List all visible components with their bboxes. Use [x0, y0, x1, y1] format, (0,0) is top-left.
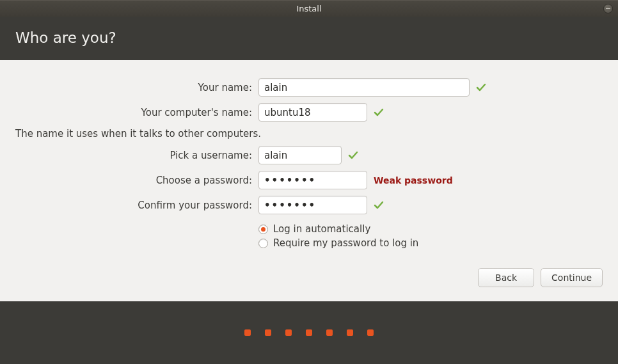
confirm-input[interactable]: [258, 196, 367, 214]
radio-require-label: Require my password to log in: [273, 237, 418, 249]
login-options: Log in automatically Require my password…: [258, 223, 603, 249]
window-title: Install: [296, 4, 321, 13]
titlebar: Install: [0, 0, 618, 17]
progress-dot: [285, 329, 292, 336]
minimize-button[interactable]: [603, 4, 613, 13]
row-password: Choose a password: Weak password: [15, 171, 603, 189]
name-input[interactable]: [258, 78, 470, 97]
user-form: Your name: Your computer's name: The nam…: [15, 78, 603, 249]
back-button[interactable]: Back: [478, 268, 534, 287]
radio-icon: [258, 239, 268, 248]
page-title: Who are you?: [15, 29, 116, 46]
content-area: Your name: Your computer's name: The nam…: [0, 60, 618, 268]
radio-icon: [258, 225, 268, 234]
progress-dot: [244, 329, 251, 336]
name-label: Your name:: [15, 82, 252, 93]
computer-hint: The name it uses when it talks to other …: [15, 128, 603, 139]
progress-dot: [265, 329, 271, 336]
password-input[interactable]: [258, 171, 367, 189]
page-header: Who are you?: [0, 17, 618, 60]
password-strength: Weak password: [374, 175, 453, 186]
row-name: Your name:: [15, 78, 603, 97]
row-username: Pick a username:: [15, 146, 603, 164]
radio-auto-label: Log in automatically: [273, 223, 370, 235]
progress-footer: [0, 301, 618, 364]
checkmark-icon: [374, 107, 384, 118]
computer-label: Your computer's name:: [15, 107, 252, 118]
progress-dot: [367, 329, 374, 336]
password-label: Choose a password:: [15, 175, 252, 186]
progress-dot: [347, 329, 353, 336]
progress-dot: [326, 329, 333, 336]
checkmark-icon: [476, 83, 486, 93]
progress-dot: [306, 329, 312, 336]
row-computer: Your computer's name:: [15, 103, 603, 122]
checkmark-icon: [348, 150, 358, 161]
confirm-label: Confirm your password:: [15, 200, 252, 211]
row-confirm: Confirm your password:: [15, 196, 603, 214]
continue-button[interactable]: Continue: [541, 268, 603, 287]
username-label: Pick a username:: [15, 150, 252, 161]
radio-auto-login[interactable]: Log in automatically: [258, 223, 603, 235]
button-bar: Back Continue: [0, 268, 618, 301]
checkmark-icon: [374, 200, 384, 210]
radio-require-password[interactable]: Require my password to log in: [258, 237, 603, 249]
minimize-icon: [606, 8, 610, 10]
username-input[interactable]: [258, 146, 342, 164]
computer-input[interactable]: [258, 103, 367, 122]
